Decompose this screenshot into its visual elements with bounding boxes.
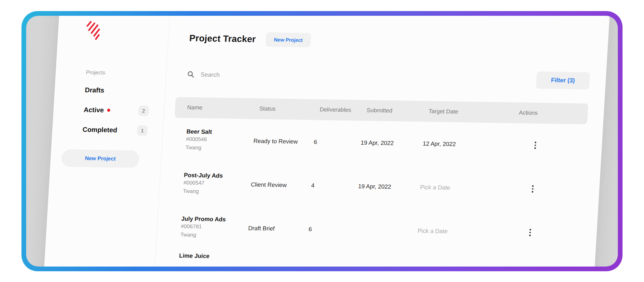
target-date-picker[interactable]: Pick a Date [420, 184, 489, 192]
active-notification-dot [107, 109, 110, 112]
submitted-cell: 19 Apr, 2022 [358, 183, 420, 191]
column-header-submitted[interactable]: Submitted [367, 107, 429, 115]
project-client: Twang [175, 231, 248, 240]
status-cell: Draft Brief [248, 225, 309, 233]
table-row[interactable]: Post-July Ads #000547 Twang Client Revie… [169, 161, 585, 211]
brand-logo-icon [85, 20, 104, 40]
column-header-target-date[interactable]: Target Date [429, 108, 498, 116]
column-header-actions[interactable]: Actions [497, 109, 581, 117]
project-id: #000547 [178, 179, 251, 188]
submitted-cell: 19 Apr, 2022 [361, 139, 423, 147]
search-box[interactable] [187, 71, 308, 80]
sidebar-item-drafts[interactable]: Drafts [84, 80, 150, 101]
sidebar-nav: Drafts Active 2 Completed 1 [82, 80, 150, 141]
project-name: Beer Salt [181, 128, 254, 136]
submitted-cell [356, 230, 418, 231]
status-cell: Client Review [251, 181, 311, 189]
search-input[interactable] [200, 71, 308, 80]
sidebar-item-label: Drafts [85, 86, 104, 94]
column-header-name[interactable]: Name [187, 104, 260, 112]
completed-count-badge: 1 [137, 125, 148, 136]
row-actions-menu-icon[interactable] [527, 227, 533, 238]
sidebar-section-label: Projects [86, 69, 151, 77]
row-actions-menu-icon[interactable] [532, 140, 538, 151]
search-icon [187, 71, 195, 78]
main-content: Project Tracker New Project Filter (3) N… [153, 16, 610, 267]
sidebar-item-completed[interactable]: Completed 1 [82, 120, 148, 141]
frame-background: Projects Drafts Active 2 Comple [26, 16, 618, 267]
project-id: #006781 [176, 222, 248, 232]
project-name: Post-July Ads [179, 172, 252, 180]
project-id: #000546 [181, 135, 254, 144]
project-client: Twang [180, 143, 253, 153]
row-actions-menu-icon[interactable] [530, 183, 536, 195]
column-header-status[interactable]: Status [259, 105, 320, 113]
page-title: Project Tracker [189, 33, 256, 44]
sidebar: Projects Drafts Active 2 Comple [42, 16, 171, 267]
filter-button[interactable]: Filter (3) [536, 71, 590, 89]
project-name: Lime Juice [174, 252, 247, 260]
status-cell: Ready to Review [253, 137, 314, 145]
page-header: Project Tracker New Project [179, 29, 592, 54]
active-count-badge: 2 [138, 105, 149, 116]
toolbar: Filter (3) [176, 65, 590, 90]
project-tracker-app: Projects Drafts Active 2 Comple [42, 16, 610, 267]
target-date-cell[interactable]: 12 Apr, 2022 [423, 140, 492, 148]
deliverables-cell: 4 [311, 182, 358, 190]
sidebar-item-active[interactable]: Active 2 [83, 100, 149, 121]
column-header-deliverables[interactable]: Deliverables [320, 106, 367, 114]
target-date-picker[interactable]: Pick a Date [417, 227, 486, 235]
sidebar-item-label: Active [84, 106, 110, 114]
sidebar-new-project-button[interactable]: New Project [61, 149, 140, 168]
deliverables-cell: 6 [308, 226, 356, 233]
sidebar-item-label: Completed [82, 126, 117, 134]
gradient-frame: Projects Drafts Active 2 Comple [21, 11, 623, 271]
table-row[interactable]: July Promo Ads #006781 Twang Draft Brief… [167, 205, 582, 255]
new-project-button[interactable]: New Project [265, 32, 311, 47]
project-name: July Promo Ads [176, 215, 249, 223]
deliverables-cell: 6 [314, 138, 361, 146]
project-client: Twang [178, 187, 251, 196]
table-row[interactable]: Beer Salt #000546 Twang Ready to Review … [172, 118, 587, 168]
